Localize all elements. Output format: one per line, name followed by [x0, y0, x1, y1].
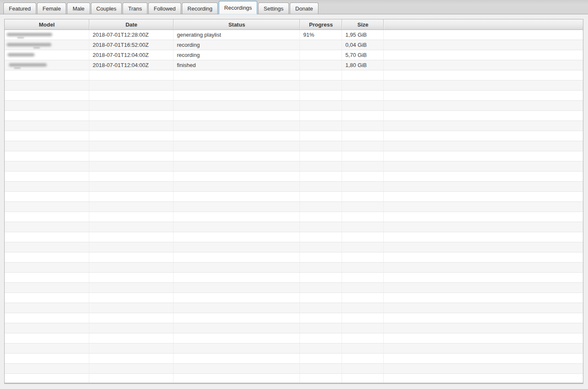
empty-cell: [5, 273, 89, 282]
empty-cell: [89, 242, 174, 252]
empty-cell: [342, 111, 384, 121]
tab-settings[interactable]: Settings: [258, 3, 289, 14]
table-row-empty: [5, 313, 583, 323]
table-row-empty: [5, 182, 583, 192]
empty-cell: [174, 222, 300, 232]
empty-cell: [342, 242, 384, 252]
table-row[interactable]: 2018-07-01T16:52:00Zrecording0,04 GiB: [5, 40, 583, 50]
empty-cell: [342, 161, 384, 171]
empty-cell: [89, 161, 174, 171]
column-header-model[interactable]: Model: [5, 19, 89, 30]
empty-cell: [89, 354, 174, 363]
empty-cell: [5, 161, 89, 171]
empty-cell: [342, 172, 384, 181]
tab-trans[interactable]: Trans: [123, 3, 147, 14]
empty-cell: [342, 252, 384, 262]
empty-cell: [342, 293, 384, 303]
column-header-filler: [384, 19, 583, 30]
empty-cell: [300, 252, 342, 262]
empty-cell: [5, 80, 89, 90]
empty-cell: [342, 343, 384, 353]
empty-cell: [342, 182, 384, 191]
empty-cell: [384, 101, 583, 110]
empty-cell: [5, 263, 89, 272]
empty-cell: [300, 161, 342, 171]
empty-cell: [384, 161, 583, 171]
table-row-empty: [5, 374, 583, 384]
date-cell: 2018-07-01T12:28:00Z: [89, 30, 174, 40]
empty-cell: [342, 80, 384, 90]
table-row-empty: [5, 354, 583, 364]
recordings-table: ModelDateStatusProgressSize 2018-07-01T1…: [4, 19, 583, 384]
empty-cell: [342, 192, 384, 201]
empty-cell: [174, 333, 300, 343]
table-row-empty: [5, 151, 583, 161]
empty-cell: [342, 283, 384, 292]
empty-cell: [384, 111, 583, 121]
empty-cell: [342, 303, 384, 313]
empty-cell: [384, 70, 583, 80]
empty-cell: [5, 101, 89, 110]
empty-cell: [300, 354, 342, 363]
table-row-empty: [5, 273, 583, 283]
table-row-empty: [5, 70, 583, 80]
empty-cell: [384, 151, 583, 161]
empty-cell: [384, 303, 583, 313]
tab-recording[interactable]: Recording: [182, 3, 218, 14]
column-header-date[interactable]: Date: [89, 19, 174, 30]
empty-cell: [300, 80, 342, 90]
empty-cell: [300, 151, 342, 161]
column-header-size[interactable]: Size: [342, 19, 384, 30]
empty-cell: [89, 70, 174, 80]
empty-cell: [89, 333, 174, 343]
empty-cell: [342, 333, 384, 343]
empty-cell: [300, 172, 342, 181]
column-header-status[interactable]: Status: [174, 19, 300, 30]
empty-cell: [5, 222, 89, 232]
empty-cell: [5, 323, 89, 333]
tab-female[interactable]: Female: [37, 3, 66, 14]
empty-cell: [174, 141, 300, 151]
empty-cell: [342, 273, 384, 282]
empty-cell: [174, 101, 300, 110]
table-row[interactable]: 2018-07-01T12:28:00Zgenerating playlist9…: [5, 30, 583, 40]
table-row-empty: [5, 212, 583, 222]
redacted-model-name: [8, 40, 89, 50]
date-cell: 2018-07-01T12:04:00Z: [89, 60, 174, 70]
empty-cell: [89, 202, 174, 212]
tab-couples[interactable]: Couples: [91, 3, 122, 14]
tab-followed[interactable]: Followed: [148, 3, 181, 14]
empty-cell: [300, 333, 342, 343]
empty-cell: [174, 70, 300, 80]
table-row-empty: [5, 192, 583, 202]
empty-cell: [174, 182, 300, 191]
table-row[interactable]: 2018-07-01T12:04:00Zrecording5,70 GiB: [5, 50, 583, 60]
empty-cell: [5, 232, 89, 242]
empty-cell: [174, 121, 300, 131]
empty-cell: [174, 91, 300, 100]
empty-cell: [89, 273, 174, 282]
empty-cell: [174, 202, 300, 212]
table-row-empty: [5, 131, 583, 141]
tab-male[interactable]: Male: [67, 3, 90, 14]
redacted-model-name: [8, 60, 89, 70]
table-row-empty: [5, 101, 583, 111]
empty-cell: [384, 343, 583, 353]
table-row[interactable]: 2018-07-01T12:04:00Zfinished1,80 GiB: [5, 60, 583, 70]
table-row-empty: [5, 91, 583, 101]
tab-featured[interactable]: Featured: [3, 3, 36, 14]
empty-cell: [174, 131, 300, 141]
tab-bar: FeaturedFemaleMaleCouplesTransFollowedRe…: [0, 0, 588, 14]
tab-donate[interactable]: Donate: [290, 3, 318, 14]
table-row-empty: [5, 303, 583, 313]
empty-cell: [300, 192, 342, 201]
model-cell: [5, 30, 89, 40]
empty-cell: [5, 252, 89, 262]
empty-cell: [89, 121, 174, 131]
empty-cell: [300, 141, 342, 151]
empty-cell: [174, 374, 300, 384]
empty-cell: [384, 202, 583, 212]
column-header-progress[interactable]: Progress: [300, 19, 342, 30]
tab-recordings[interactable]: Recordings: [219, 1, 257, 14]
table-header-row: ModelDateStatusProgressSize: [5, 19, 583, 30]
